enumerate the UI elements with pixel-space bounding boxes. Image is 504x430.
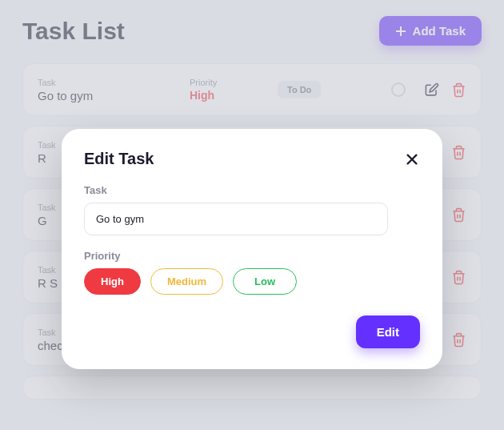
edit-task-modal: Edit Task Task Priority High Medium Low … xyxy=(62,129,442,369)
task-input[interactable] xyxy=(84,203,388,235)
priority-option-high[interactable]: High xyxy=(84,268,141,295)
close-icon[interactable] xyxy=(404,151,420,167)
priority-option-medium[interactable]: Medium xyxy=(150,268,223,295)
submit-edit-button[interactable]: Edit xyxy=(356,315,420,348)
task-input-label: Task xyxy=(84,184,420,196)
modal-title: Edit Task xyxy=(84,150,154,168)
priority-input-label: Priority xyxy=(84,250,420,262)
priority-option-low[interactable]: Low xyxy=(233,268,297,295)
